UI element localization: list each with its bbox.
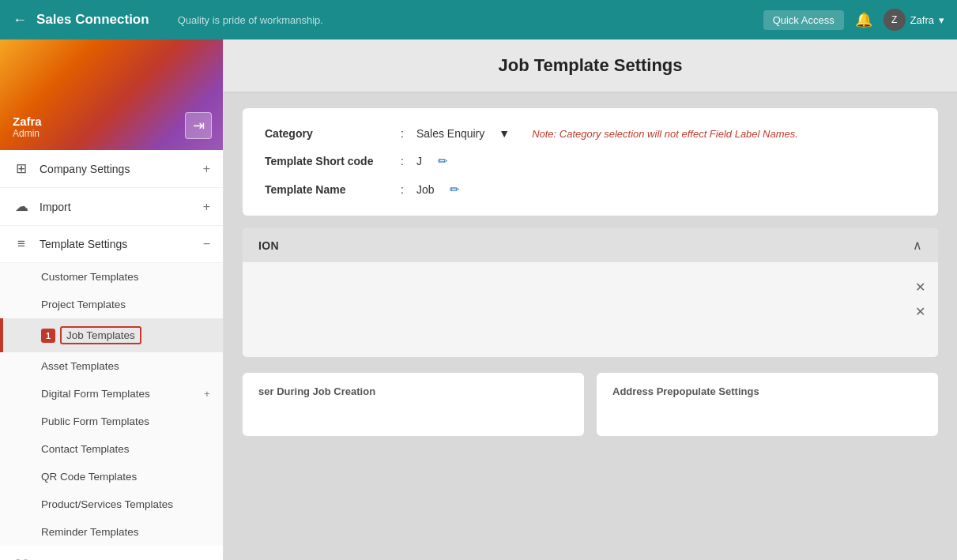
shortcode-edit-icon[interactable]: ✏: [438, 154, 448, 168]
user-chevron-icon: ▾: [939, 14, 944, 26]
template-settings-collapse-icon: −: [203, 237, 210, 251]
cloud-icon: ☁: [13, 198, 30, 215]
job-templates-label: Job Templates: [66, 329, 135, 341]
avatar: Z: [884, 9, 906, 31]
sidebar-user-name: Zafra: [13, 115, 42, 128]
shortcode-label: Template Short code: [265, 155, 391, 167]
public-form-templates-label: Public Form Templates: [41, 415, 149, 427]
company-settings-label: Company Settings: [40, 163, 130, 175]
project-templates-label: Project Templates: [41, 299, 126, 310]
asset-templates-label: Asset Templates: [41, 360, 119, 372]
address-prepopulate-card-title: Address Prepopulate Settings: [612, 385, 922, 397]
import-label: Import: [40, 201, 71, 213]
template-submenu: Customer Templates Project Templates 1 J…: [0, 263, 223, 546]
grid-icon: ⊞: [13, 160, 30, 177]
top-nav: ← Sales Connection Quality is pride of w…: [0, 0, 957, 39]
category-row: Category : Sales Enquiry ▼ Note: Categor…: [265, 127, 916, 140]
product-services-templates-label: Product/Services Templates: [41, 498, 173, 510]
close-icon[interactable]: ✕: [915, 280, 925, 295]
digital-form-templates-label: Digital Form Templates: [41, 388, 150, 400]
category-label: Category: [265, 127, 391, 140]
template-name-edit-icon[interactable]: ✏: [450, 182, 460, 197]
sidebar-item-customer-templates[interactable]: Customer Templates: [0, 263, 223, 291]
sidebar-item-user-management[interactable]: 👥 User Management +: [0, 546, 223, 560]
category-dropdown-icon[interactable]: ▼: [499, 127, 510, 140]
category-note: Note: Category selection will not effect…: [532, 128, 798, 140]
quick-access-button[interactable]: Quick Access: [763, 10, 844, 30]
template-settings-label: Template Settings: [40, 238, 127, 250]
section-header: ION ∧: [243, 228, 938, 262]
sidebar-menu: ⊞ Company Settings + ☁ Import + ≡ Templa…: [0, 150, 223, 560]
sidebar-item-qr-code-templates[interactable]: QR Code Templates: [0, 463, 223, 490]
content-inner: Category : Sales Enquiry ▼ Note: Categor…: [224, 92, 957, 373]
shortcode-value: J: [416, 155, 422, 167]
top-nav-right: Quick Access 🔔 Z Zafra ▾: [763, 9, 944, 31]
sidebar-user-info: Zafra Admin: [13, 115, 42, 139]
address-prepopulate-card: Address Prepopulate Settings: [597, 373, 938, 436]
reminder-templates-label: Reminder Templates: [41, 526, 139, 538]
active-number-badge: 1: [41, 329, 55, 343]
digital-form-expand-icon: +: [204, 388, 210, 400]
sidebar-user-role: Admin: [13, 128, 42, 139]
section-collapse-button[interactable]: ∧: [913, 238, 922, 253]
template-name-value: Job: [416, 183, 435, 196]
sidebar-item-project-templates[interactable]: Project Templates: [0, 291, 223, 318]
main-layout: Zafra Admin ⇥ ⊞ Company Settings + ☁ Imp…: [0, 39, 957, 560]
sidebar-item-company-settings[interactable]: ⊞ Company Settings +: [0, 150, 223, 188]
sidebar-item-import[interactable]: ☁ Import +: [0, 188, 223, 226]
sidebar-item-asset-templates[interactable]: Asset Templates: [0, 352, 223, 380]
section-header-title: ION: [258, 239, 279, 252]
category-value: Sales Enquiry: [416, 127, 484, 140]
active-indicator: [0, 318, 3, 352]
user-management-expand-icon: +: [203, 558, 210, 561]
settings-card: Category : Sales Enquiry ▼ Note: Categor…: [243, 108, 938, 216]
shortcode-row: Template Short code : J ✏: [265, 154, 916, 168]
close-icon[interactable]: ✕: [915, 304, 925, 319]
contact-templates-label: Contact Templates: [41, 443, 130, 455]
sidebar-item-public-form-templates[interactable]: Public Form Templates: [0, 408, 223, 435]
content-area: Job Template Settings Category : Sales E…: [224, 39, 957, 560]
top-nav-left: ← Sales Connection Quality is pride of w…: [13, 12, 754, 28]
sidebar-item-contact-templates[interactable]: Contact Templates: [0, 435, 223, 463]
users-icon: 👥: [13, 556, 30, 560]
template-name-label: Template Name: [265, 183, 391, 196]
user-name-label: Zafra: [910, 14, 934, 26]
section-body: ✕ ✕: [243, 262, 938, 357]
page-title-bar: Job Template Settings: [224, 39, 957, 92]
sidebar-item-digital-form-templates[interactable]: Digital Form Templates +: [0, 380, 223, 408]
sidebar-item-product-services-templates[interactable]: Product/Services Templates: [0, 490, 223, 518]
tagline: Quality is pride of workmanship.: [178, 14, 323, 26]
template-icon: ≡: [13, 236, 30, 252]
table-row: ✕: [255, 299, 925, 324]
sidebar-user-section: Zafra Admin ⇥: [0, 39, 223, 150]
import-expand-icon: +: [203, 200, 210, 214]
template-name-row: Template Name : Job ✏: [265, 182, 916, 197]
logout-button[interactable]: ⇥: [185, 112, 212, 139]
job-creation-card-title: ser During Job Creation: [258, 385, 568, 397]
job-creation-card: ser During Job Creation: [243, 373, 584, 436]
table-row: ✕: [255, 275, 925, 299]
company-settings-expand-icon: +: [203, 162, 210, 176]
sidebar-item-template-settings[interactable]: ≡ Template Settings −: [0, 226, 223, 263]
section-card: ION ∧ ✕ ✕ ↑ 💾 ↓: [243, 228, 938, 357]
back-button[interactable]: ←: [13, 12, 27, 28]
sidebar: Zafra Admin ⇥ ⊞ Company Settings + ☁ Imp…: [0, 39, 224, 560]
bell-icon[interactable]: 🔔: [855, 11, 872, 28]
page-title: Job Template Settings: [247, 55, 933, 76]
qr-code-templates-label: QR Code Templates: [41, 471, 137, 483]
brand-name: Sales Connection: [36, 12, 149, 28]
customer-templates-label: Customer Templates: [41, 271, 139, 283]
sidebar-item-job-templates[interactable]: 1 Job Templates: [0, 318, 223, 352]
sidebar-item-reminder-templates[interactable]: Reminder Templates: [0, 518, 223, 546]
user-menu[interactable]: Z Zafra ▾: [884, 9, 944, 31]
bottom-cards-row: ser During Job Creation Address Prepopul…: [224, 373, 957, 452]
